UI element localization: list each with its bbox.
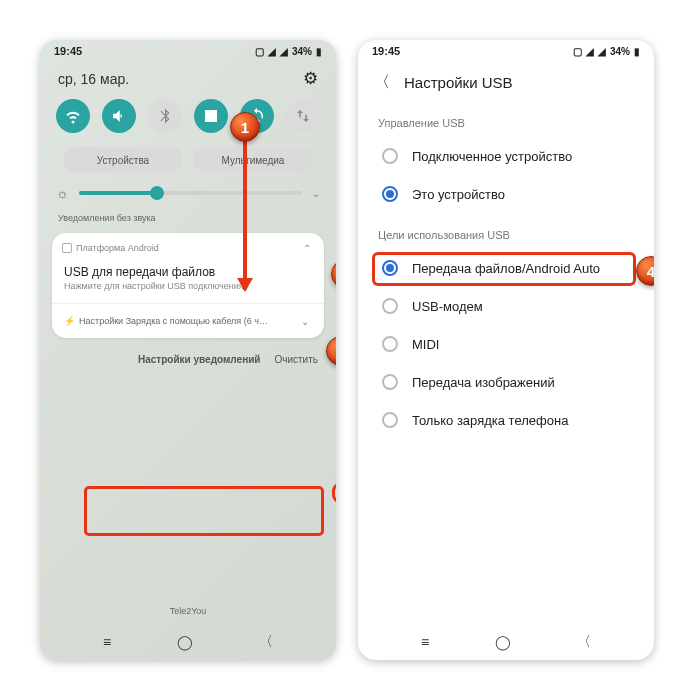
wifi-indicator-icon: ◢ [586,46,594,57]
notification-settings-link[interactable]: Настройки уведомлений [138,354,261,365]
status-bar: 19:45 ▢ ◢ ◢ 34% ▮ [40,40,336,62]
back-icon[interactable]: 〈 [374,72,390,93]
chip-multimedia[interactable]: Мультимедиа [193,147,313,173]
status-icons: ▢ ◢ ◢ 34% ▮ [573,46,640,57]
radio-icon [382,260,398,276]
chevron-down-icon[interactable]: ⌄ [298,314,312,328]
qs-sound[interactable] [102,99,136,133]
radio-label: Это устройство [412,187,505,202]
radio-this-device[interactable]: Это устройство [368,175,644,213]
phone-right-usb-settings: 19:45 ▢ ◢ ◢ 34% ▮ 〈 Настройки USB Управл… [358,40,654,660]
gear-icon[interactable]: ⚙ [303,68,318,89]
android-system-card: Платформа Android ⌃ USB для передачи фай… [52,233,324,338]
qs-wifi[interactable] [56,99,90,133]
android-header-text: Платформа Android [76,243,159,253]
radio-icon [382,412,398,428]
radio-usb-tethering[interactable]: USB-модем [368,287,644,325]
battery-icon: ▮ [634,46,640,57]
chip-devices[interactable]: Устройства [63,147,183,173]
callout-1: 1 [230,112,260,142]
bolt-icon: ⚡ [64,316,75,326]
qs-transfer[interactable] [286,99,320,133]
nav-home[interactable]: ◯ [177,634,193,650]
radio-label: MIDI [412,337,439,352]
radio-label: Передача файлов/Android Auto [412,261,600,276]
radio-label: USB-модем [412,299,483,314]
status-bar: 19:45 ▢ ◢ ◢ 34% ▮ [358,40,654,62]
qs-nfc[interactable] [194,99,228,133]
radio-connected-device[interactable]: Подключенное устройство [368,137,644,175]
nav-back[interactable]: 〈 [577,633,591,651]
brightness-row: ☼ ⌄ [40,181,336,209]
radio-ptp[interactable]: Передача изображений [368,363,644,401]
radio-charge-only[interactable]: Только зарядка телефона [368,401,644,439]
nav-home[interactable]: ◯ [495,634,511,650]
radio-icon [382,298,398,314]
status-time: 19:45 [54,45,82,57]
chevron-up-icon[interactable]: ⌃ [300,241,314,255]
nav-back[interactable]: 〈 [259,633,273,651]
silent-notifications-label: Уведомления без звука [40,209,336,229]
page-title: Настройки USB [404,74,513,91]
radio-file-transfer[interactable]: Передача файлов/Android Auto [368,249,644,287]
charge-text: Зарядка с помощью кабеля (6 ч… [126,316,268,326]
radio-icon [382,186,398,202]
battery-text: 34% [292,46,312,57]
brightness-slider[interactable] [79,191,302,195]
radio-icon [382,148,398,164]
nav-recents[interactable]: ≡ [103,634,111,650]
radio-label: Подключенное устройство [412,149,572,164]
chevron-down-icon[interactable]: ⌄ [312,188,320,199]
usb-control-list: Подключенное устройство Это устройство [368,137,644,213]
battery-text: 34% [610,46,630,57]
radio-icon [382,374,398,390]
arrow-down [243,140,247,290]
section-usb-purpose: Цели использования USB [358,223,654,247]
usb-title: USB для передачи файлов [64,265,312,279]
signal-indicator-icon: ◢ [280,46,288,57]
nfc-indicator-icon: ▢ [255,46,264,57]
brightness-low-icon: ☼ [56,185,69,201]
radio-midi[interactable]: MIDI [368,325,644,363]
quick-settings-row [40,99,336,141]
radio-icon [382,336,398,352]
phone-left-notification-shade: 19:45 ▢ ◢ ◢ 34% ▮ ср, 16 мар. ⚙ Устройст… [40,40,336,660]
nfc-indicator-icon: ▢ [573,46,582,57]
battery-icon: ▮ [316,46,322,57]
date-label: ср, 16 мар. [58,71,129,87]
status-time: 19:45 [372,45,400,57]
android-icon [62,243,72,253]
usb-purpose-list: Передача файлов/Android Auto USB-модем M… [368,249,644,439]
usb-notification[interactable]: USB для передачи файлов Нажмите для наст… [52,263,324,303]
signal-indicator-icon: ◢ [598,46,606,57]
navigation-bar: ≡ ◯ 〈 [358,624,654,660]
carrier-label: Tele2You [40,598,336,624]
radio-label: Только зарядка телефона [412,413,568,428]
section-usb-control: Управление USB [358,111,654,135]
radio-label: Передача изображений [412,375,555,390]
status-icons: ▢ ◢ ◢ 34% ▮ [255,46,322,57]
nav-recents[interactable]: ≡ [421,634,429,650]
navigation-bar: ≡ ◯ 〈 [40,624,336,660]
charging-row[interactable]: ⚡Настройки Зарядка с помощью кабеля (6 ч… [52,303,324,338]
usb-subtitle: Нажмите для настройки USB подключения. [64,281,312,291]
qs-bluetooth[interactable] [148,99,182,133]
charge-prefix: Настройки [79,316,123,326]
wifi-indicator-icon: ◢ [268,46,276,57]
clear-all-button[interactable]: Очистить [274,354,318,365]
